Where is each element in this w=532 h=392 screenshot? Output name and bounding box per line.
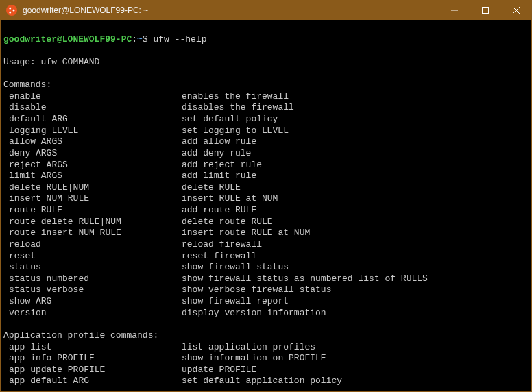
command-row: reject ARGSadd reject rule: [3, 160, 529, 171]
command-name: allow ARGS: [3, 136, 182, 148]
command-row: status numberedshow firewall status as n…: [3, 273, 529, 285]
command-description: show verbose firewall status: [182, 284, 331, 296]
command-row: disabledisables the firewall: [3, 102, 529, 114]
usage-line: Usage: ufw COMMAND: [3, 57, 99, 67]
command-row: route delete RULE|NUMdelete route RULE: [3, 217, 529, 228]
command-name: reload: [3, 239, 182, 251]
command-description: set default application policy: [182, 376, 342, 387]
command-description: show information on PROFILE: [182, 353, 326, 365]
command-name: default ARG: [3, 114, 182, 125]
command-description: insert route RULE at NUM: [182, 228, 310, 239]
command-name: route RULE: [3, 205, 182, 217]
command-row: versiondisplay version information: [3, 308, 529, 319]
command-row: route RULEadd route RULE: [3, 205, 529, 217]
svg-point-2: [9, 12, 11, 14]
command-row: enableenables the firewall: [3, 91, 529, 103]
command-name: status verbose: [3, 284, 182, 296]
command-name: show ARG: [3, 296, 182, 308]
command-name: app default ARG: [3, 376, 182, 387]
command-name: status: [3, 262, 182, 273]
command-name: reject ARGS: [3, 160, 182, 171]
command-row: app default ARGset default application p…: [3, 376, 529, 387]
command-description: enables the firewall: [182, 91, 289, 103]
command-description: delete route RULE: [182, 217, 273, 228]
command-description: add reject rule: [182, 160, 262, 171]
command-name: limit ARGS: [3, 171, 182, 182]
command-name: logging LEVEL: [3, 125, 182, 137]
command-row: delete RULE|NUMdelete RULE: [3, 182, 529, 194]
command-name: app list: [3, 342, 182, 354]
window-title: goodwriter@LONEWOLF99-PC: ~: [23, 5, 439, 15]
command-name: disable: [3, 102, 182, 114]
command-row: reloadreload firewall: [3, 239, 529, 251]
svg-point-0: [13, 10, 15, 12]
command-name: route insert NUM RULE: [3, 228, 182, 239]
command-description: update PROFILE: [182, 365, 256, 376]
command-description: add limit rule: [182, 171, 256, 182]
command-row: show ARGshow firewall report: [3, 296, 529, 308]
command-row: allow ARGSadd allow rule: [3, 136, 529, 148]
prompt-colon: :: [132, 34, 137, 45]
app-commands-list: app listlist application profilesapp inf…: [3, 342, 529, 388]
command-description: list application profiles: [182, 342, 315, 354]
command-row: route insert NUM RULEinsert route RULE a…: [3, 228, 529, 239]
command-description: display version information: [182, 308, 326, 319]
window-controls: [439, 1, 531, 20]
command-description: set logging to LEVEL: [182, 125, 289, 137]
command-input: ufw --help: [148, 34, 207, 45]
command-description: show firewall report: [182, 296, 289, 308]
close-button[interactable]: [500, 1, 531, 20]
prompt-path: ~: [137, 34, 143, 45]
command-row: statusshow firewall status: [3, 262, 529, 273]
command-name: enable: [3, 91, 182, 103]
prompt-user-host: goodwriter@LONEWOLF99-PC: [3, 34, 132, 45]
commands-header: Commands:: [3, 79, 51, 90]
commands-list: enableenables the firewalldisabledisable…: [3, 91, 529, 319]
command-name: insert NUM RULE: [3, 193, 182, 205]
command-row: resetreset firewall: [3, 251, 529, 262]
command-description: delete RULE: [182, 182, 241, 194]
command-row: status verboseshow verbose firewall stat…: [3, 284, 529, 296]
command-name: delete RULE|NUM: [3, 182, 182, 194]
command-name: reset: [3, 251, 182, 262]
svg-rect-4: [482, 8, 488, 14]
command-row: app info PROFILEshow information on PROF…: [3, 353, 529, 365]
command-description: reset firewall: [182, 251, 256, 262]
command-row: limit ARGSadd limit rule: [3, 171, 529, 182]
command-name: version: [3, 308, 182, 319]
command-row: default ARGset default policy: [3, 114, 529, 125]
command-name: app info PROFILE: [3, 353, 182, 365]
command-row: app update PROFILEupdate PROFILE: [3, 365, 529, 376]
command-row: app listlist application profiles: [3, 342, 529, 354]
maximize-button[interactable]: [470, 1, 500, 20]
command-description: disables the firewall: [182, 102, 294, 114]
command-description: add deny rule: [182, 148, 251, 160]
command-description: insert RULE at NUM: [182, 193, 278, 205]
minimize-button[interactable]: [439, 1, 470, 20]
terminal-window: goodwriter@LONEWOLF99-PC: ~ goodwriter@L…: [0, 0, 532, 392]
command-name: route delete RULE|NUM: [3, 217, 182, 228]
command-row: deny ARGSadd deny rule: [3, 148, 529, 160]
terminal-body[interactable]: goodwriter@LONEWOLF99-PC:~$ ufw --help U…: [1, 20, 531, 391]
command-description: show firewall status: [182, 262, 289, 273]
command-description: reload firewall: [182, 239, 262, 251]
app-commands-header: Application profile commands:: [3, 330, 158, 341]
command-description: set default policy: [182, 114, 278, 125]
command-row: logging LEVELset logging to LEVEL: [3, 125, 529, 137]
command-name: status numbered: [3, 273, 182, 285]
command-description: add allow rule: [182, 136, 256, 148]
command-row: insert NUM RULEinsert RULE at NUM: [3, 193, 529, 205]
titlebar[interactable]: goodwriter@LONEWOLF99-PC: ~: [1, 1, 531, 20]
command-description: add route RULE: [182, 205, 256, 217]
svg-point-1: [9, 8, 11, 10]
prompt-line-1: goodwriter@LONEWOLF99-PC:~$ ufw --help: [3, 34, 207, 45]
prompt-dollar: $: [143, 34, 148, 45]
command-description: show firewall status as numbered list of…: [182, 273, 428, 285]
ubuntu-icon: [6, 5, 17, 16]
command-name: app update PROFILE: [3, 365, 182, 376]
command-name: deny ARGS: [3, 148, 182, 160]
